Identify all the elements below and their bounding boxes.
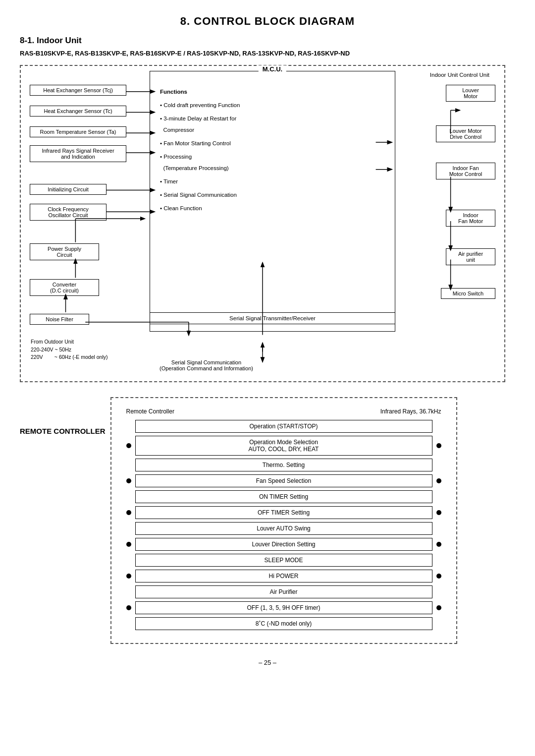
rc-top-labels: Remote Controller Infrared Rays, 36.7kHz xyxy=(126,408,441,415)
section-heading: 8-1. Indoor Unit xyxy=(20,36,515,46)
rc-dot-left-mode xyxy=(126,443,131,448)
air-purifier-unit: Air purifierunit xyxy=(446,248,495,265)
rc-label-text: REMOTE CONTROLLER xyxy=(20,427,106,435)
serial-comm-label: Serial Signal Communication(Operation Co… xyxy=(160,359,253,371)
indoor-unit-control-label: Indoor Unit Control Unit xyxy=(430,72,489,78)
rc-dot-left-off-timer-opt xyxy=(126,605,131,610)
rc-diagram: Remote Controller Infrared Rays, 36.7kHz… xyxy=(110,397,457,644)
rc-box-fan-speed: Fan Speed Selection xyxy=(135,474,432,487)
rc-item-on-timer: ON TIMER Setting xyxy=(126,490,441,503)
remote-controller-label: Remote Controller xyxy=(126,408,174,415)
mcu-label: M.C.U. xyxy=(259,65,286,73)
rc-box-on-timer: ON TIMER Setting xyxy=(135,490,432,503)
model-line: RAS-B10SKVP-E, RAS-B13SKVP-E, RAS-B16SKV… xyxy=(20,50,515,57)
function-5: • Timer xyxy=(160,176,240,187)
converter: Converter(D.C circuit) xyxy=(30,279,99,296)
rc-item-fan-speed: Fan Speed Selection xyxy=(126,474,441,487)
clock-circuit: Clock FrequencyOscillator Circuit xyxy=(30,204,107,221)
rc-item-thermo: Thermo. Setting xyxy=(126,459,441,471)
page-number: – 25 – xyxy=(20,659,515,666)
rc-dot-left-off-timer xyxy=(126,510,131,515)
ir-label: Infrared Rays, 36.7kHz xyxy=(380,408,441,415)
rc-dot-right-fan xyxy=(436,478,441,483)
outdoor-unit-label: From Outdoor Unit 220-240V ~ 50Hz 220V ~… xyxy=(31,338,108,361)
function-1: • Cold draft preventing Function xyxy=(160,100,240,111)
rc-item-off-timer-options: OFF (1, 3, 5, 9H OFF timer) xyxy=(126,601,441,614)
rc-item-hi-power: Hi POWER xyxy=(126,570,441,582)
rc-dot-right-mode xyxy=(436,443,441,448)
hx-sensor-tc: Heat Exchanger Sensor (Tc) xyxy=(30,106,126,116)
rc-dot-left-hi-power xyxy=(126,574,131,579)
rc-box-louver-auto-swing: Louver AUTO Swing xyxy=(135,522,432,535)
page-title: 8. CONTROL BLOCK DIAGRAM xyxy=(20,15,515,28)
rc-dot-left-fan xyxy=(126,478,131,483)
rc-item-sleep-mode: SLEEP MODE xyxy=(126,554,441,567)
rc-box-off-timer: OFF TIMER Setting xyxy=(135,506,432,519)
functions-title: Functions xyxy=(160,86,240,98)
serial-transmitter-box: Serial Signal Transmitter/Receiver xyxy=(150,312,395,324)
room-temp-sensor: Room Temperature Sensor (Ta) xyxy=(30,126,126,137)
function-6: • Serial Signal Communication xyxy=(160,189,240,201)
rc-dot-left-louver-dir xyxy=(126,542,131,547)
functions-list: Functions • Cold draft preventing Functi… xyxy=(160,86,240,214)
rc-box-operation-mode: Operation Mode SelectionAUTO, COOL, DRY,… xyxy=(135,436,432,456)
rc-section-label: REMOTE CONTROLLER xyxy=(20,397,106,435)
indoor-fan-motor: IndoorFan Motor xyxy=(446,210,495,227)
indoor-unit-diagram: M.C.U. Functions • Cold draft preventing… xyxy=(20,65,505,382)
ir-receiver: Infrared Rays Signal Receiverand Indicat… xyxy=(30,145,126,162)
noise-filter: Noise Filter xyxy=(30,314,89,325)
louver-motor-drive: Louver MotorDrive Control xyxy=(436,125,495,142)
rc-box-louver-direction: Louver Direction Setting xyxy=(135,538,432,551)
function-2: • 3-minute Delay at Restart for Compress… xyxy=(160,113,240,136)
function-7: • Clean Function xyxy=(160,203,240,214)
rc-box-off-timer-options: OFF (1, 3, 5, 9H OFF timer) xyxy=(135,601,432,614)
rc-item-8c-nd: 8˚C (-ND model only) xyxy=(126,617,441,630)
function-4: • Processing (Temperature Processing) xyxy=(160,151,240,174)
rc-item-operation-mode: Operation Mode SelectionAUTO, COOL, DRY,… xyxy=(126,436,441,456)
rc-item-louver-direction: Louver Direction Setting xyxy=(126,538,441,551)
rc-box-air-purifier: Air Purifier xyxy=(135,585,432,598)
louver-motor: LouverMotor xyxy=(446,85,495,102)
power-supply: Power SupplyCircuit xyxy=(30,243,99,260)
rc-dot-right-hi-power xyxy=(436,574,441,579)
rc-item-off-timer: OFF TIMER Setting xyxy=(126,506,441,519)
rc-item-louver-auto-swing: Louver AUTO Swing xyxy=(126,522,441,535)
rc-box-operation-start-stop: Operation (START/STOP) xyxy=(135,420,432,433)
rc-item-air-purifier: Air Purifier xyxy=(126,585,441,598)
function-3: • Fan Motor Starting Control xyxy=(160,138,240,149)
micro-switch: Micro Switch xyxy=(441,288,495,299)
rc-box-thermo: Thermo. Setting xyxy=(135,459,432,471)
init-circuit: Initializing Circuit xyxy=(30,184,107,195)
rc-dot-right-off-timer-opt xyxy=(436,605,441,610)
rc-item-operation-start-stop: Operation (START/STOP) xyxy=(126,420,441,433)
rc-dot-right-louver-dir xyxy=(436,542,441,547)
hx-sensor-tcj: Heat Exchanger Sensor (Tcj) xyxy=(30,85,126,96)
rc-dot-right-off-timer xyxy=(436,510,441,515)
rc-box-8c-nd: 8˚C (-ND model only) xyxy=(135,617,432,630)
rc-box-sleep-mode: SLEEP MODE xyxy=(135,554,432,567)
rc-box-hi-power: Hi POWER xyxy=(135,570,432,582)
remote-controller-section: REMOTE CONTROLLER Remote Controller Infr… xyxy=(20,397,515,644)
indoor-fan-motor-control: Indoor FanMotor Control xyxy=(436,163,495,179)
mcu-area: M.C.U. Functions • Cold draft preventing… xyxy=(150,71,395,332)
